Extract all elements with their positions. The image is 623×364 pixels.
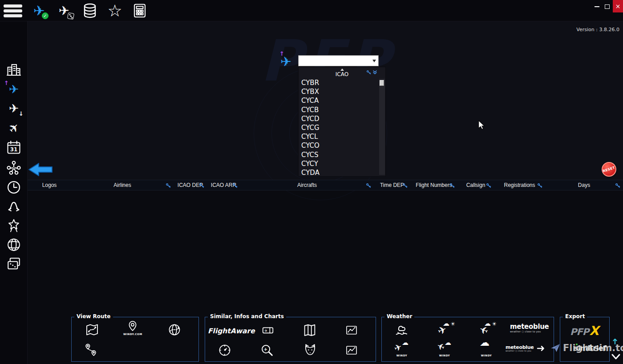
reset-button[interactable]: RESET [602, 162, 616, 177]
dropdown-scrollbar[interactable] [379, 79, 385, 175]
route-pins-button[interactable] [83, 343, 98, 357]
flight-table-header: Logos Airlines ICAO DEP ICAO ARR Aircraf… [28, 180, 623, 190]
back-arrow-button[interactable] [28, 162, 53, 179]
menu-icon[interactable] [4, 2, 24, 19]
filter-key-icon[interactable] [199, 183, 204, 188]
chart-button[interactable] [344, 324, 360, 336]
maximize-button[interactable] [602, 2, 612, 12]
flightaware-button[interactable]: FlightAware [208, 327, 255, 335]
icao-list-item[interactable]: CYBX [299, 87, 385, 96]
departure-plane-icon: ✈ [9, 83, 19, 95]
column-header-logos[interactable]: Logos [28, 180, 71, 190]
database-icon [82, 3, 98, 19]
sidebar-item-airports[interactable] [3, 61, 24, 79]
icao-list-item[interactable]: CYDA [299, 168, 385, 177]
windy-map-button[interactable]: WINDY.COM [123, 320, 142, 336]
windy-clouds-button[interactable]: ☁ WINDY [476, 340, 497, 357]
icao-list-item[interactable]: CYCY [299, 159, 385, 168]
icao-column-header[interactable]: ICAO [299, 67, 385, 78]
top-toolbar: ✈ ✓ ✈ ☆ × [0, 0, 623, 21]
departure-weather-button[interactable]: ☀ ☁ ✈ [435, 323, 456, 338]
meteoblue-open-button[interactable]: meteoblue weather ○ close to you [506, 345, 546, 352]
meteoblue-logo: meteoblue [506, 345, 534, 350]
paper-plane-icon [550, 343, 561, 353]
column-header-aircrafts[interactable]: Aircrafts [240, 180, 374, 190]
sidebar-item-routes[interactable] [3, 197, 24, 215]
icao-list-item[interactable]: CYCA [299, 96, 385, 105]
filter-key-icon[interactable] [486, 183, 491, 188]
pfpx-export-button[interactable]: PFP X [570, 324, 599, 338]
close-icon: × [615, 3, 621, 10]
map-route-icon [84, 323, 100, 337]
column-header-days[interactable]: Days [545, 180, 623, 190]
sidebar-item-network[interactable] [3, 159, 24, 177]
filter-key-icon[interactable] [615, 183, 620, 188]
filter-key-icon[interactable] [232, 183, 238, 188]
filter-key-icon[interactable] [449, 183, 455, 188]
icao-list-item[interactable]: CYCO [299, 141, 385, 150]
column-header-callsign[interactable]: Callsign [457, 180, 494, 190]
charts-map-button[interactable] [302, 323, 317, 337]
filter-key-icon[interactable] [402, 183, 408, 188]
meteoblue-logo: meteoblue [510, 324, 549, 330]
map-route-button[interactable] [84, 323, 100, 337]
icao-list-item[interactable]: CYCD [299, 114, 385, 123]
collapse-chevron-button[interactable] [611, 353, 621, 362]
version-label: Version : 3.8.26.0 [576, 27, 619, 32]
search-flight-button[interactable]: ✈ [260, 343, 274, 357]
chevron-down-icon [611, 353, 621, 360]
filter-key-icon[interactable] [366, 183, 371, 188]
arrival-weather-button[interactable]: ☀ ☁ ✈ [477, 323, 497, 338]
cloud-icon: ☁ [480, 338, 490, 348]
sidebar-item-departures[interactable]: ↑ ✈ [3, 80, 24, 98]
icao-combobox[interactable] [298, 55, 379, 66]
panel-title: Weather [384, 313, 414, 320]
icao-list-item[interactable]: CYCG [299, 123, 385, 132]
sidebar-item-gallery[interactable] [3, 255, 24, 273]
compass-button[interactable] [218, 343, 232, 357]
filter-key-icon[interactable] [366, 70, 371, 75]
icao-list-item[interactable]: CYCB [299, 105, 385, 114]
double-chevron-down-icon[interactable] [372, 70, 377, 75]
scrollbar-thumb[interactable] [380, 80, 384, 86]
column-header-time-dep[interactable]: Time DEP [374, 180, 410, 190]
column-header-icao-arr[interactable]: ICAO ARR [207, 180, 240, 190]
sidebar-item-world[interactable] [3, 236, 24, 254]
sidebar-item-flights[interactable]: ✈ [3, 119, 24, 137]
panel-export: Export PFP X simBrief [560, 317, 610, 362]
globe-route-button[interactable] [167, 323, 182, 337]
weather-map-icon [393, 322, 409, 337]
calculator-button[interactable] [129, 1, 150, 20]
minimize-button[interactable] [592, 2, 602, 12]
routes-icon [6, 198, 22, 214]
sidebar-item-schedule[interactable] [3, 178, 24, 196]
chart2-button[interactable] [344, 344, 360, 356]
flight-approved-button[interactable]: ✈ ✓ [28, 1, 50, 20]
column-header-flight-numbers[interactable]: Flight Numbers [410, 180, 457, 190]
sidebar-item-favorites[interactable] [3, 217, 24, 235]
flight-random-button[interactable]: ✈ [53, 1, 75, 20]
filter-key-icon[interactable] [537, 183, 542, 188]
windy-label: WINDY [481, 354, 492, 357]
favorites-button[interactable]: ☆ [104, 1, 125, 20]
weather-map-button[interactable] [393, 322, 409, 337]
globe-route-icon [167, 323, 182, 337]
windy-arrival-button[interactable]: ☁ ✈ WINDY [434, 341, 455, 357]
column-header-airlines[interactable]: Airlines [71, 180, 174, 190]
sidebar-item-calendar[interactable]: 31 [3, 138, 24, 156]
ticket-button[interactable]: ✈ [260, 324, 276, 337]
icao-list-item[interactable]: CYCS [299, 150, 385, 159]
database-button[interactable] [79, 1, 101, 20]
fox-button[interactable] [303, 343, 317, 357]
icao-list-item[interactable]: CYCL [299, 132, 385, 141]
column-header-icao-dep[interactable]: ICAO DEP [174, 180, 207, 190]
meteoblue-button[interactable]: meteoblue weather ○ close to you [510, 324, 549, 333]
close-button[interactable]: × [613, 0, 623, 12]
filter-key-icon[interactable] [166, 183, 171, 188]
check-badge-icon: ✓ [42, 12, 49, 19]
column-header-registrations[interactable]: Registrations [494, 180, 545, 190]
sidebar-item-arrivals[interactable]: ✈ ↓ [3, 99, 24, 117]
pfpx-logo: PFP [570, 327, 589, 337]
icao-list-item[interactable]: CYBR [299, 78, 385, 87]
windy-departure-button[interactable]: ☁ ✈ WINDY [392, 341, 412, 357]
